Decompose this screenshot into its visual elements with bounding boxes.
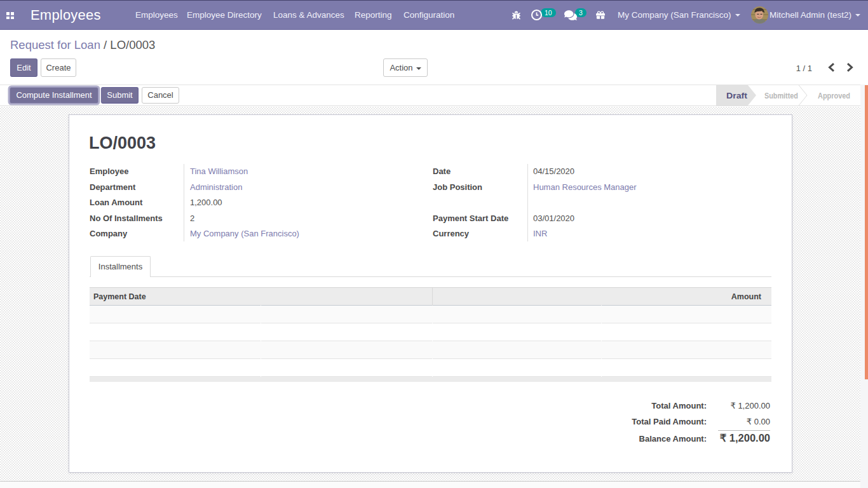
- svg-text:Draft: Draft: [726, 91, 748, 100]
- svg-text:Approved: Approved: [818, 91, 850, 100]
- svg-text:Submitted: Submitted: [764, 91, 798, 100]
